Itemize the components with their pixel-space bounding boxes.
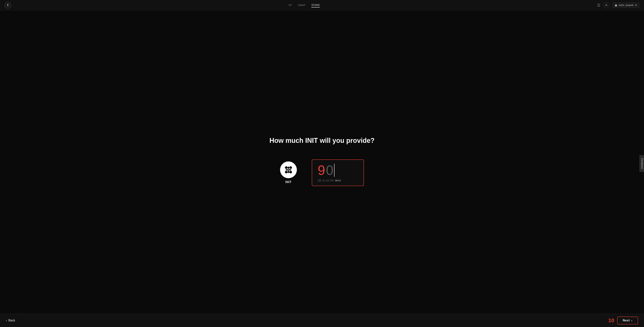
token-logo: I [280,161,297,178]
svg-point-0 [606,4,607,5]
main-content: How much INIT will you provide? [0,0,644,327]
next-chevron-icon: › [631,319,632,322]
token-container: I INIT [280,161,297,184]
wallet-balance-icon [318,179,321,182]
feedback-tab[interactable]: Feedback [639,155,644,172]
input-display: 9 0 [318,163,358,177]
back-chevron-icon: ‹ [6,319,7,322]
nav-stake[interactable]: STAKE [312,3,320,7]
nav-xp[interactable]: XP [288,3,292,7]
menu-icon[interactable]: ☰ [597,3,600,7]
main-nav: XP SWAP STAKE [288,3,320,7]
input-value-pending: 0 [326,163,333,177]
wallet-dropdown-icon: ▼ [635,4,637,6]
text-cursor [334,164,334,177]
page-question: How much INIT will you provide? [270,137,374,144]
nav-swap[interactable]: SWAP [298,3,306,7]
user-icon[interactable] [604,2,609,8]
next-label: Next [623,319,630,322]
svg-rect-10 [320,180,320,181]
wallet-icon: ▣ [615,4,617,7]
input-value-entered: 9 [318,163,325,177]
svg-point-4 [290,171,292,173]
next-button[interactable]: Next › [617,317,638,325]
page-counter: 10 [608,318,614,324]
header-right: ☰ ▣ init1d...jxwym6 ▼ [597,2,640,8]
balance-amount: 32.431795 [322,179,334,182]
logo-text: I [8,3,8,7]
svg-text:I: I [288,168,289,171]
svg-point-1 [285,166,288,169]
token-label: INIT [285,180,292,184]
header-left: I [4,2,11,8]
wallet-address: init1d...jxwym6 [619,4,634,6]
wallet-button[interactable]: ▣ init1d...jxwym6 ▼ [612,2,640,8]
footer-right: 10 Next › [608,317,638,325]
header: I XP SWAP STAKE ☰ ▣ init1d...jxwym6 ▼ [0,0,644,10]
svg-point-3 [285,171,288,173]
input-balance: 32.431795 MAX [318,179,341,182]
back-button[interactable]: ‹ Back [6,319,15,322]
logo-button[interactable]: I [4,2,11,8]
amount-input-box[interactable]: 9 0 32.431795 MAX [312,159,364,186]
back-label: Back [8,319,15,322]
svg-point-2 [290,166,292,169]
max-label[interactable]: MAX [335,179,341,182]
stake-input-area: I INIT 9 0 32.431795 MAX [238,159,406,186]
footer: ‹ Back 10 Next › [0,314,644,327]
